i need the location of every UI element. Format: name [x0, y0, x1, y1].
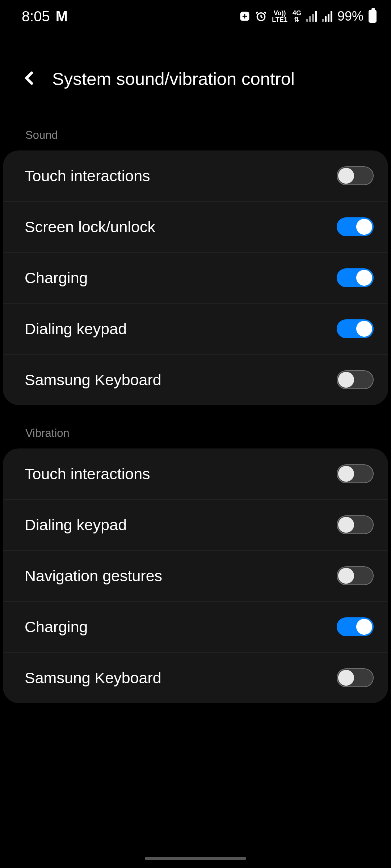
toggle-vibration-touch-interactions[interactable] — [337, 464, 374, 483]
row-label: Samsung Keyboard — [25, 371, 161, 389]
row-label: Samsung Keyboard — [25, 669, 161, 687]
battery-percent: 99% — [337, 9, 363, 24]
signal-1-icon — [306, 11, 317, 22]
row-sound-touch-interactions[interactable]: Touch interactions — [3, 150, 388, 201]
section-label-sound: Sound — [0, 103, 391, 150]
section-label-vibration: Vibration — [0, 405, 391, 448]
battery-icon — [369, 10, 377, 23]
status-bar: 8:05 M Vo)) LTE1 4G ⇅ — [0, 0, 391, 33]
toggle-vibration-charging[interactable] — [337, 617, 374, 636]
alarm-icon — [255, 10, 267, 22]
status-time: 8:05 — [22, 8, 50, 25]
data-saver-icon — [239, 11, 250, 22]
toggle-sound-dialing-keypad[interactable] — [337, 319, 374, 338]
back-button[interactable] — [22, 70, 38, 88]
row-sound-screen-lock[interactable]: Screen lock/unlock — [3, 201, 388, 252]
row-label: Screen lock/unlock — [25, 218, 155, 236]
toggle-sound-charging[interactable] — [337, 268, 374, 287]
toggle-sound-samsung-keyboard[interactable] — [337, 370, 374, 389]
sound-card: Touch interactions Screen lock/unlock Ch… — [3, 150, 388, 405]
row-label: Navigation gestures — [25, 567, 162, 585]
header: System sound/vibration control — [0, 33, 391, 103]
row-label: Charging — [25, 269, 88, 287]
row-label: Touch interactions — [25, 167, 150, 185]
volte-icon: Vo)) LTE1 — [272, 10, 287, 23]
toggle-sound-screen-lock[interactable] — [337, 217, 374, 236]
status-left: 8:05 M — [22, 8, 68, 25]
home-indicator[interactable] — [145, 857, 246, 860]
4g-icon: 4G ⇅ — [293, 10, 301, 23]
row-sound-charging[interactable]: Charging — [3, 252, 388, 303]
row-sound-dialing-keypad[interactable]: Dialing keypad — [3, 303, 388, 354]
status-right: Vo)) LTE1 4G ⇅ 9 — [239, 9, 377, 24]
row-label: Charging — [25, 618, 88, 636]
row-label: Dialing keypad — [25, 320, 127, 338]
row-sound-samsung-keyboard[interactable]: Samsung Keyboard — [3, 354, 388, 405]
row-vibration-dialing-keypad[interactable]: Dialing keypad — [3, 499, 388, 550]
row-vibration-navigation-gestures[interactable]: Navigation gestures — [3, 550, 388, 601]
gmail-icon: M — [56, 8, 68, 25]
row-vibration-touch-interactions[interactable]: Touch interactions — [3, 448, 388, 499]
row-vibration-charging[interactable]: Charging — [3, 601, 388, 652]
row-label: Dialing keypad — [25, 516, 127, 534]
row-vibration-samsung-keyboard[interactable]: Samsung Keyboard — [3, 652, 388, 703]
toggle-vibration-navigation-gestures[interactable] — [337, 566, 374, 585]
toggle-vibration-dialing-keypad[interactable] — [337, 515, 374, 534]
toggle-sound-touch-interactions[interactable] — [337, 166, 374, 185]
row-label: Touch interactions — [25, 465, 150, 483]
page-title: System sound/vibration control — [52, 69, 295, 89]
vibration-card: Touch interactions Dialing keypad Naviga… — [3, 448, 388, 703]
signal-2-icon — [322, 11, 332, 22]
toggle-vibration-samsung-keyboard[interactable] — [337, 668, 374, 687]
